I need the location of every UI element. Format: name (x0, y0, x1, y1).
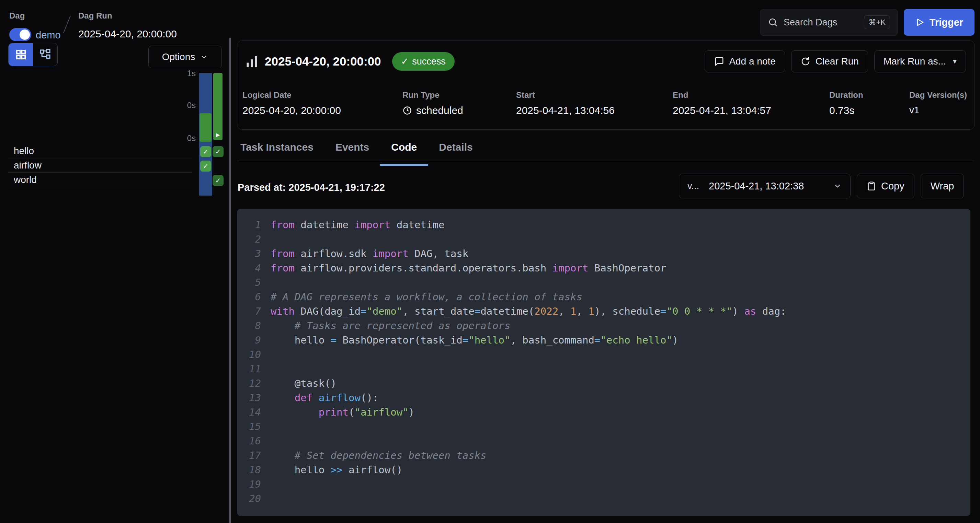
caret-down-icon: ▾ (953, 57, 957, 66)
code-token: @task() (270, 376, 337, 390)
copy-label: Copy (881, 181, 904, 192)
duration-axis-tick: 1s (172, 69, 196, 78)
wrap-button[interactable]: Wrap (921, 174, 964, 198)
task-hello-run2-status[interactable]: ✓ (213, 146, 224, 157)
play-icon: ▶ (213, 132, 223, 138)
code-token: = (474, 304, 480, 319)
task-label-hello[interactable]: hello (14, 146, 34, 157)
code-token: datetime (294, 217, 355, 232)
code-token: # A DAG represents a workflow, a collect… (270, 290, 582, 304)
button-label: Clear Run (816, 56, 859, 67)
tab-details[interactable]: Details (439, 141, 473, 161)
trigger-label: Trigger (929, 17, 963, 28)
grid-sidebar: Options 1s0s0s ▶ hello✓✓airflow✓world✓ (0, 38, 229, 523)
grid-icon (15, 49, 27, 60)
run-duration-bar[interactable] (199, 113, 212, 142)
code-line: 4from airflow.providers.standard.operato… (247, 261, 970, 275)
grid-view-button[interactable] (9, 43, 33, 66)
line-number: 3 (247, 246, 261, 261)
task-label-world[interactable]: world (14, 174, 37, 185)
code-token: datetime( (480, 304, 534, 319)
code-token: = (361, 304, 366, 319)
search-shortcut-badge: ⌘+K (864, 16, 890, 29)
code-token: >> (331, 463, 343, 477)
graph-icon (40, 49, 51, 60)
code-token: print (319, 405, 348, 419)
code-line: 8 # Tasks are represented as operators (247, 319, 970, 333)
field-label: Logical Date (242, 90, 402, 100)
bar-chart-icon (246, 55, 258, 68)
view-toggle (8, 43, 58, 66)
panel-resize-handle[interactable] (229, 38, 231, 523)
graph-view-button[interactable] (33, 43, 57, 66)
breadcrumb-separator (63, 16, 71, 33)
clipboard-icon (867, 181, 876, 191)
code-token: , (576, 304, 589, 319)
code-token: DAG(dag_id (294, 304, 361, 319)
task-hello-run1-status[interactable]: ✓ (200, 146, 211, 157)
copy-button[interactable]: Copy (857, 174, 915, 198)
code-token: import (372, 246, 409, 261)
code-line: 20 (247, 491, 970, 506)
dag-version-select[interactable]: v... 2025-04-21, 13:02:38 (679, 174, 851, 198)
code-token: datetime (390, 217, 444, 232)
note-icon (714, 56, 724, 67)
run-duration-bar[interactable]: ▶ (213, 73, 223, 140)
line-number: 2 (247, 232, 261, 246)
code-token: from (270, 246, 294, 261)
run-type-field: Run Typescheduled (402, 90, 516, 116)
code-token (312, 390, 318, 405)
code-line: 9 hello = BashOperator(task_id="hello", … (247, 333, 970, 347)
code-line: 2 (247, 232, 970, 246)
code-line: 10 (247, 347, 970, 362)
code-token: 1 (588, 304, 594, 319)
code-line: 13 def airflow(): (247, 390, 970, 405)
dag-code-viewer[interactable]: 1from datetime import datetime23from air… (237, 209, 970, 516)
add-a-note-button[interactable]: Add a note (705, 51, 784, 73)
code-token: , start_date (402, 304, 474, 319)
code-line: 3from airflow.sdk import DAG, task (247, 246, 970, 261)
search-dags-button[interactable]: Search Dags ⌘+K (760, 9, 898, 36)
tab-events[interactable]: Events (336, 141, 369, 161)
line-number: 17 (247, 448, 261, 463)
code-token: , (558, 304, 570, 319)
refresh-icon (800, 56, 811, 67)
run-title: 2025-04-20, 20:00:00 (265, 55, 381, 68)
trigger-button[interactable]: Trigger (904, 9, 975, 36)
row-separator (8, 187, 192, 187)
tab-task-instances[interactable]: Task Instances (240, 141, 313, 161)
code-token: = (463, 333, 468, 347)
start-field: Start2025-04-21, 13:04:56 (516, 90, 673, 116)
code-token: , bash_command (510, 333, 594, 347)
chevron-down-icon (833, 182, 842, 190)
clear-run-button[interactable]: Clear Run (791, 51, 868, 73)
field-label: Duration (829, 90, 909, 100)
code-token (270, 448, 294, 463)
code-line: 5 (247, 275, 970, 290)
task-airflow-run1-status[interactable]: ✓ (200, 161, 211, 171)
field-value: v1 (909, 105, 967, 116)
code-line: 16 (247, 434, 970, 448)
line-number: 11 (247, 362, 261, 376)
code-token: airflow() (343, 463, 403, 477)
field-value-text: v1 (909, 105, 920, 116)
options-button[interactable]: Options (148, 46, 222, 68)
field-value: 2025-04-21, 13:04:57 (673, 105, 829, 116)
field-value: 2025-04-20, 20:00:00 (242, 105, 402, 116)
field-label: Run Type (402, 90, 516, 100)
code-token: ) (409, 405, 414, 419)
code-line: 1from datetime import datetime (247, 217, 970, 232)
status-badge: ✓ success (392, 52, 455, 71)
clock-icon (402, 106, 412, 115)
code-token: airflow.sdk (294, 246, 372, 261)
code-token: "demo" (366, 304, 402, 319)
code-token: hello (270, 463, 331, 477)
code-token: as (744, 304, 756, 319)
code-token: "airflow" (354, 405, 408, 419)
mark-run-as-button[interactable]: Mark Run as...▾ (874, 51, 966, 73)
search-placeholder: Search Dags (784, 17, 837, 28)
code-token: ), schedule (594, 304, 660, 319)
task-world-run2-status[interactable]: ✓ (213, 175, 224, 186)
task-label-airflow[interactable]: airflow (14, 160, 41, 171)
tab-code[interactable]: Code (391, 141, 417, 161)
